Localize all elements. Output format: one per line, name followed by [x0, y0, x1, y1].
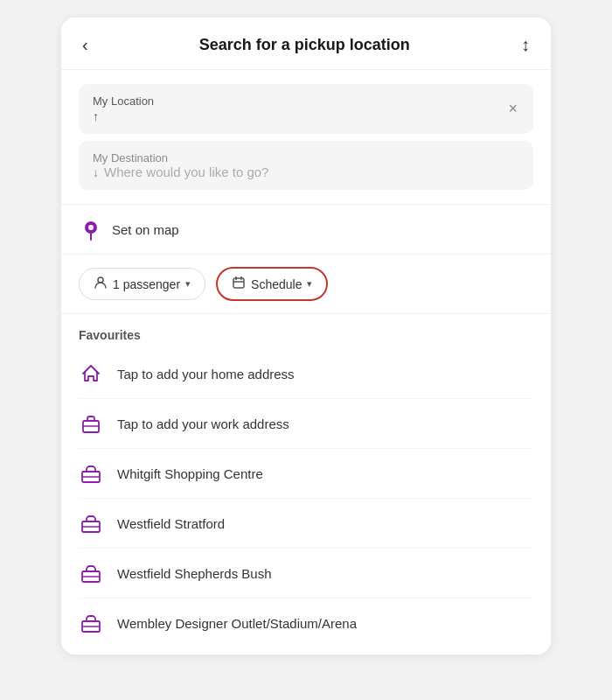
- passenger-selector[interactable]: 1 passenger ▾: [79, 268, 205, 300]
- favourite-whitgift-label: Whitgift Shopping Centre: [117, 466, 263, 481]
- set-on-map-label: Set on map: [112, 222, 179, 237]
- favourite-work[interactable]: Tap to add your work address: [79, 399, 533, 449]
- passenger-chevron-icon: ▾: [185, 278, 191, 290]
- location-section: My Location ↑ × My Destination ↓ Where w…: [61, 70, 551, 205]
- location-arrow-icon: ↑: [93, 109, 99, 123]
- shopping-icon-shepherds: [79, 561, 103, 585]
- page-title: Search for a pickup location: [199, 36, 410, 54]
- header: ‹ Search for a pickup location ↕: [61, 18, 551, 70]
- favourite-whitgift[interactable]: Whitgift Shopping Centre: [79, 449, 533, 499]
- my-location-label: My Location: [93, 94, 154, 108]
- schedule-selector[interactable]: Schedule ▾: [216, 267, 328, 301]
- schedule-label: Schedule: [251, 277, 302, 291]
- map-pin-icon: [79, 217, 103, 242]
- schedule-calendar-icon: [232, 276, 246, 292]
- sort-button[interactable]: ↕: [521, 35, 530, 55]
- favourite-work-label: Tap to add your work address: [117, 416, 289, 431]
- work-icon: [79, 411, 103, 436]
- my-destination-label: My Destination: [93, 151, 268, 164]
- favourite-stratford-label: Westfield Stratford: [117, 516, 225, 531]
- options-row: 1 passenger ▾ Schedule ▾: [61, 255, 551, 314]
- my-destination-input[interactable]: My Destination ↓ Where would you like to…: [79, 141, 533, 190]
- svg-point-3: [98, 277, 103, 283]
- my-location-input[interactable]: My Location ↑ ×: [79, 84, 533, 134]
- shopping-icon-stratford: [79, 511, 103, 536]
- shopping-icon-whitgift: [79, 461, 103, 486]
- destination-arrow-icon: ↓: [93, 165, 99, 179]
- favourite-home-label: Tap to add your home address: [117, 367, 295, 382]
- favourite-home[interactable]: Tap to add your home address: [79, 349, 533, 399]
- back-button[interactable]: ‹: [82, 35, 88, 55]
- clear-location-button[interactable]: ×: [506, 98, 519, 120]
- favourites-section: Favourites Tap to add your home address: [61, 314, 551, 654]
- favourite-westfield-shepherds[interactable]: Westfield Shepherds Bush: [79, 549, 533, 598]
- destination-placeholder: Where would you like to go?: [104, 164, 268, 179]
- passenger-label: 1 passenger: [113, 277, 180, 291]
- passenger-icon: [94, 276, 108, 292]
- favourite-wembley[interactable]: Wembley Designer Outlet/Stadium/Arena: [79, 598, 533, 648]
- set-on-map-row[interactable]: Set on map: [61, 205, 551, 255]
- favourite-shepherds-label: Westfield Shepherds Bush: [117, 566, 272, 581]
- shopping-icon-wembley: [79, 611, 103, 635]
- phone-container: ‹ Search for a pickup location ↕ My Loca…: [0, 0, 612, 700]
- schedule-chevron-icon: ▾: [307, 278, 312, 290]
- home-icon: [79, 361, 103, 386]
- favourite-wembley-label: Wembley Designer Outlet/Stadium/Arena: [117, 616, 357, 631]
- favourite-westfield-stratford[interactable]: Westfield Stratford: [79, 499, 533, 549]
- svg-point-1: [88, 225, 94, 230]
- favourites-title: Favourites: [79, 328, 533, 342]
- svg-rect-4: [233, 278, 244, 288]
- main-card: ‹ Search for a pickup location ↕ My Loca…: [61, 18, 551, 654]
